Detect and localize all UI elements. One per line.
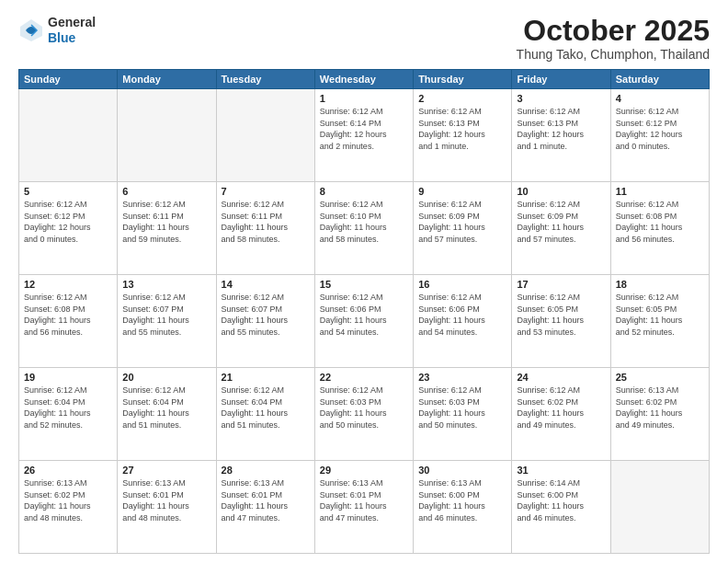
day-info: Sunrise: 6:13 AM Sunset: 6:00 PM Dayligh… xyxy=(418,477,506,523)
day-number: 4 xyxy=(616,93,704,104)
week-row-1: 5Sunrise: 6:12 AM Sunset: 6:12 PM Daylig… xyxy=(19,182,710,275)
day-info: Sunrise: 6:12 AM Sunset: 6:12 PM Dayligh… xyxy=(616,106,704,152)
month-title: October 2025 xyxy=(517,15,710,47)
calendar-cell: 15Sunrise: 6:12 AM Sunset: 6:06 PM Dayli… xyxy=(314,275,413,368)
weekday-header-friday: Friday xyxy=(512,70,610,89)
calendar-cell: 30Sunrise: 6:13 AM Sunset: 6:00 PM Dayli… xyxy=(414,461,512,554)
calendar-cell: 11Sunrise: 6:12 AM Sunset: 6:08 PM Dayli… xyxy=(610,182,709,275)
day-number: 30 xyxy=(418,465,506,476)
calendar-cell: 22Sunrise: 6:12 AM Sunset: 6:03 PM Dayli… xyxy=(314,368,413,461)
day-number: 28 xyxy=(222,465,310,476)
day-number: 12 xyxy=(24,279,112,290)
calendar-cell: 7Sunrise: 6:12 AM Sunset: 6:11 PM Daylig… xyxy=(216,182,314,275)
day-number: 1 xyxy=(320,93,408,104)
calendar-cell: 26Sunrise: 6:13 AM Sunset: 6:02 PM Dayli… xyxy=(19,461,118,554)
day-number: 14 xyxy=(222,279,310,290)
logo-blue: Blue xyxy=(48,30,96,46)
day-info: Sunrise: 6:12 AM Sunset: 6:11 PM Dayligh… xyxy=(222,199,310,245)
day-info: Sunrise: 6:12 AM Sunset: 6:11 PM Dayligh… xyxy=(122,199,210,245)
day-number: 5 xyxy=(24,186,112,197)
calendar-cell: 10Sunrise: 6:12 AM Sunset: 6:09 PM Dayli… xyxy=(512,182,610,275)
day-info: Sunrise: 6:12 AM Sunset: 6:04 PM Dayligh… xyxy=(122,385,210,431)
day-number: 17 xyxy=(517,279,605,290)
day-number: 2 xyxy=(418,93,506,104)
weekday-header-wednesday: Wednesday xyxy=(314,70,413,89)
calendar-cell xyxy=(216,89,314,182)
calendar: SundayMondayTuesdayWednesdayThursdayFrid… xyxy=(18,69,710,554)
day-number: 22 xyxy=(320,372,408,383)
day-info: Sunrise: 6:13 AM Sunset: 6:01 PM Dayligh… xyxy=(222,477,310,523)
calendar-cell: 2Sunrise: 6:12 AM Sunset: 6:13 PM Daylig… xyxy=(414,89,512,182)
calendar-cell: 5Sunrise: 6:12 AM Sunset: 6:12 PM Daylig… xyxy=(19,182,118,275)
day-number: 15 xyxy=(320,279,408,290)
week-row-4: 26Sunrise: 6:13 AM Sunset: 6:02 PM Dayli… xyxy=(19,461,710,554)
day-info: Sunrise: 6:12 AM Sunset: 6:06 PM Dayligh… xyxy=(418,292,506,338)
day-number: 18 xyxy=(616,279,704,290)
calendar-cell: 27Sunrise: 6:13 AM Sunset: 6:01 PM Dayli… xyxy=(118,461,216,554)
weekday-header-saturday: Saturday xyxy=(610,70,709,89)
day-number: 27 xyxy=(122,465,210,476)
day-info: Sunrise: 6:12 AM Sunset: 6:05 PM Dayligh… xyxy=(517,292,605,338)
day-number: 7 xyxy=(222,186,310,197)
day-number: 9 xyxy=(418,186,506,197)
day-info: Sunrise: 6:13 AM Sunset: 6:02 PM Dayligh… xyxy=(616,385,704,431)
day-number: 21 xyxy=(222,372,310,383)
week-row-2: 12Sunrise: 6:12 AM Sunset: 6:08 PM Dayli… xyxy=(19,275,710,368)
day-info: Sunrise: 6:14 AM Sunset: 6:00 PM Dayligh… xyxy=(517,477,605,523)
day-info: Sunrise: 6:12 AM Sunset: 6:07 PM Dayligh… xyxy=(122,292,210,338)
calendar-cell: 31Sunrise: 6:14 AM Sunset: 6:00 PM Dayli… xyxy=(512,461,610,554)
calendar-cell: 21Sunrise: 6:12 AM Sunset: 6:04 PM Dayli… xyxy=(216,368,314,461)
calendar-cell: 20Sunrise: 6:12 AM Sunset: 6:04 PM Dayli… xyxy=(118,368,216,461)
day-info: Sunrise: 6:12 AM Sunset: 6:09 PM Dayligh… xyxy=(418,199,506,245)
weekday-header-sunday: Sunday xyxy=(19,70,118,89)
weekday-header-monday: Monday xyxy=(118,70,216,89)
day-info: Sunrise: 6:12 AM Sunset: 6:04 PM Dayligh… xyxy=(24,385,112,431)
day-number: 19 xyxy=(24,372,112,383)
day-number: 8 xyxy=(320,186,408,197)
day-info: Sunrise: 6:12 AM Sunset: 6:08 PM Dayligh… xyxy=(616,199,704,245)
day-number: 24 xyxy=(517,372,605,383)
calendar-cell: 12Sunrise: 6:12 AM Sunset: 6:08 PM Dayli… xyxy=(19,275,118,368)
calendar-cell: 3Sunrise: 6:12 AM Sunset: 6:13 PM Daylig… xyxy=(512,89,610,182)
day-info: Sunrise: 6:12 AM Sunset: 6:12 PM Dayligh… xyxy=(24,199,112,245)
day-info: Sunrise: 6:13 AM Sunset: 6:02 PM Dayligh… xyxy=(24,477,112,523)
location: Thung Tako, Chumphon, Thailand xyxy=(517,47,710,62)
calendar-cell: 14Sunrise: 6:12 AM Sunset: 6:07 PM Dayli… xyxy=(216,275,314,368)
day-info: Sunrise: 6:12 AM Sunset: 6:03 PM Dayligh… xyxy=(418,385,506,431)
logo-text: General Blue xyxy=(48,15,96,46)
day-number: 26 xyxy=(24,465,112,476)
weekday-header-thursday: Thursday xyxy=(414,70,512,89)
weekday-header-row: SundayMondayTuesdayWednesdayThursdayFrid… xyxy=(19,70,710,89)
logo-icon xyxy=(18,17,44,43)
calendar-cell: 6Sunrise: 6:12 AM Sunset: 6:11 PM Daylig… xyxy=(118,182,216,275)
day-info: Sunrise: 6:12 AM Sunset: 6:05 PM Dayligh… xyxy=(616,292,704,338)
day-number: 3 xyxy=(517,93,605,104)
day-info: Sunrise: 6:12 AM Sunset: 6:03 PM Dayligh… xyxy=(320,385,408,431)
day-number: 25 xyxy=(616,372,704,383)
day-info: Sunrise: 6:12 AM Sunset: 6:08 PM Dayligh… xyxy=(24,292,112,338)
title-block: October 2025 Thung Tako, Chumphon, Thail… xyxy=(517,15,710,62)
day-number: 29 xyxy=(320,465,408,476)
calendar-cell: 4Sunrise: 6:12 AM Sunset: 6:12 PM Daylig… xyxy=(610,89,709,182)
calendar-cell xyxy=(118,89,216,182)
calendar-cell: 24Sunrise: 6:12 AM Sunset: 6:02 PM Dayli… xyxy=(512,368,610,461)
calendar-cell: 25Sunrise: 6:13 AM Sunset: 6:02 PM Dayli… xyxy=(610,368,709,461)
day-number: 11 xyxy=(616,186,704,197)
calendar-cell: 18Sunrise: 6:12 AM Sunset: 6:05 PM Dayli… xyxy=(610,275,709,368)
day-number: 20 xyxy=(122,372,210,383)
calendar-cell: 13Sunrise: 6:12 AM Sunset: 6:07 PM Dayli… xyxy=(118,275,216,368)
calendar-cell: 19Sunrise: 6:12 AM Sunset: 6:04 PM Dayli… xyxy=(19,368,118,461)
day-number: 6 xyxy=(122,186,210,197)
day-info: Sunrise: 6:12 AM Sunset: 6:14 PM Dayligh… xyxy=(320,106,408,152)
day-number: 23 xyxy=(418,372,506,383)
calendar-cell: 23Sunrise: 6:12 AM Sunset: 6:03 PM Dayli… xyxy=(414,368,512,461)
calendar-cell: 1Sunrise: 6:12 AM Sunset: 6:14 PM Daylig… xyxy=(314,89,413,182)
day-number: 16 xyxy=(418,279,506,290)
day-info: Sunrise: 6:13 AM Sunset: 6:01 PM Dayligh… xyxy=(320,477,408,523)
day-info: Sunrise: 6:12 AM Sunset: 6:07 PM Dayligh… xyxy=(222,292,310,338)
header: General Blue October 2025 Thung Tako, Ch… xyxy=(18,15,710,62)
calendar-cell: 29Sunrise: 6:13 AM Sunset: 6:01 PM Dayli… xyxy=(314,461,413,554)
day-number: 10 xyxy=(517,186,605,197)
day-info: Sunrise: 6:12 AM Sunset: 6:06 PM Dayligh… xyxy=(320,292,408,338)
day-info: Sunrise: 6:12 AM Sunset: 6:13 PM Dayligh… xyxy=(418,106,506,152)
